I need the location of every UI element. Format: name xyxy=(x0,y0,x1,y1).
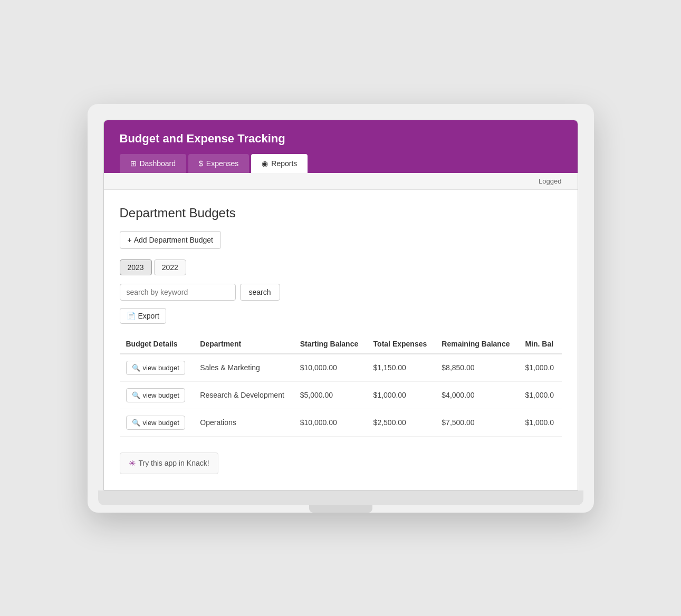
table-row: 🔍 view budget Sales & Marketing $10,000.… xyxy=(120,354,562,382)
budget-table: Budget Details Department Starting Balan… xyxy=(120,334,562,437)
cell-min-balance-2: $1,000.0 xyxy=(519,409,561,436)
cell-min-balance-1: $1,000.0 xyxy=(519,381,561,409)
year-filter-2022[interactable]: 2022 xyxy=(154,259,186,275)
cell-min-balance-0: $1,000.0 xyxy=(519,354,561,382)
dashboard-icon: ⊞ xyxy=(130,159,137,168)
cell-remaining-balance-1: $4,000.00 xyxy=(435,381,519,409)
plus-icon: + xyxy=(128,236,132,244)
search-input[interactable] xyxy=(120,284,236,301)
app-title: Budget and Expense Tracking xyxy=(120,132,562,146)
col-budget-details: Budget Details xyxy=(120,334,194,354)
search-button[interactable]: search xyxy=(240,284,280,301)
page-title: Department Budgets xyxy=(120,206,562,220)
view-budget-button-0[interactable]: 🔍 view budget xyxy=(126,361,185,375)
laptop-stand xyxy=(309,505,372,513)
tab-dashboard-label: Dashboard xyxy=(140,159,176,168)
cell-department-0: Sales & Marketing xyxy=(194,354,293,382)
magnify-icon: 🔍 xyxy=(132,364,140,372)
cell-total-expenses-0: $1,150.00 xyxy=(367,354,436,382)
table-row: 🔍 view budget Research & Development $5,… xyxy=(120,381,562,409)
col-remaining-balance: Remaining Balance xyxy=(435,334,519,354)
view-budget-button-1[interactable]: 🔍 view budget xyxy=(126,388,185,402)
tab-reports[interactable]: ◉ Reports xyxy=(251,154,308,173)
export-button[interactable]: 📄 Export xyxy=(120,308,166,324)
cell-total-expenses-1: $1,000.00 xyxy=(367,381,436,409)
cell-view-budget-0: 🔍 view budget xyxy=(120,354,194,382)
knack-star-icon: ✳ xyxy=(129,458,136,468)
cell-starting-balance-1: $5,000.00 xyxy=(294,381,367,409)
cell-starting-balance-2: $10,000.00 xyxy=(294,409,367,436)
magnify-icon: 🔍 xyxy=(132,391,140,399)
col-department: Department xyxy=(194,334,293,354)
knack-link[interactable]: ✳ Try this app in Knack! xyxy=(120,453,218,474)
chart-icon: ◉ xyxy=(262,159,268,168)
laptop-base xyxy=(98,490,583,505)
cell-department-2: Operations xyxy=(194,409,293,436)
main-content: Department Budgets + Add Department Budg… xyxy=(104,190,578,490)
knack-label: Try this app in Knack! xyxy=(139,459,209,467)
cell-remaining-balance-2: $7,500.00 xyxy=(435,409,519,436)
export-icon: 📄 xyxy=(127,312,136,320)
tab-expenses[interactable]: $ Expenses xyxy=(188,154,249,173)
laptop-screen: Budget and Expense Tracking ⊞ Dashboard … xyxy=(103,120,578,490)
table-header: Budget Details Department Starting Balan… xyxy=(120,334,562,354)
table-body: 🔍 view budget Sales & Marketing $10,000.… xyxy=(120,354,562,437)
col-starting-balance: Starting Balance xyxy=(294,334,367,354)
magnify-icon: 🔍 xyxy=(132,419,140,427)
tab-dashboard[interactable]: ⊞ Dashboard xyxy=(120,154,187,173)
dollar-icon: $ xyxy=(199,159,203,168)
nav-tabs: ⊞ Dashboard $ Expenses ◉ Reports xyxy=(120,154,562,173)
col-total-expenses: Total Expenses xyxy=(367,334,436,354)
year-filter-2023[interactable]: 2023 xyxy=(120,259,152,275)
cell-department-1: Research & Development xyxy=(194,381,293,409)
cell-view-budget-1: 🔍 view budget xyxy=(120,381,194,409)
add-budget-label: Add Department Budget xyxy=(134,236,213,244)
cell-total-expenses-2: $2,500.00 xyxy=(367,409,436,436)
year-filters: 2023 2022 xyxy=(120,259,562,275)
export-label: Export xyxy=(138,312,159,320)
view-budget-label: view budget xyxy=(143,364,179,372)
cell-view-budget-2: 🔍 view budget xyxy=(120,409,194,436)
login-status: Logged xyxy=(539,177,561,185)
view-budget-label: view budget xyxy=(143,419,179,427)
tab-expenses-label: Expenses xyxy=(206,159,238,168)
laptop-container: Budget and Expense Tracking ⊞ Dashboard … xyxy=(88,104,594,513)
view-budget-button-2[interactable]: 🔍 view budget xyxy=(126,416,185,430)
table-row: 🔍 view budget Operations $10,000.00 $2,5… xyxy=(120,409,562,436)
cell-starting-balance-0: $10,000.00 xyxy=(294,354,367,382)
view-budget-label: view budget xyxy=(143,391,179,399)
search-row: search xyxy=(120,284,562,301)
top-bar: Logged xyxy=(104,173,578,190)
col-min-balance: Min. Bal xyxy=(519,334,561,354)
cell-remaining-balance-0: $8,850.00 xyxy=(435,354,519,382)
tab-reports-label: Reports xyxy=(271,159,297,168)
app-header: Budget and Expense Tracking ⊞ Dashboard … xyxy=(104,120,578,173)
add-department-budget-button[interactable]: + Add Department Budget xyxy=(120,231,221,249)
